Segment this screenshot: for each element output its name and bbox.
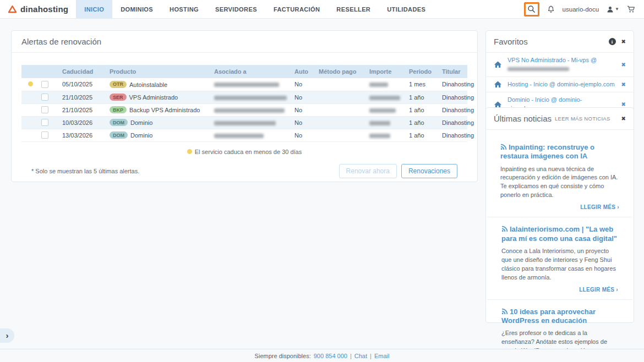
renewal-alerts-title: Alertas de renovación [21,37,101,46]
cell-producto: DOMDominio [107,116,212,129]
favorites-panel: Favoritos i ✖ VPS No Administrado - Mi-v… [485,30,634,117]
sidebar-expander-button[interactable]: › [0,328,14,343]
article-body: Conoce a Lala Interiorismo, un proyecto … [501,247,618,282]
col-asociado: Asociado a [212,65,292,78]
cell-asociado [212,91,292,103]
row-checkbox[interactable] [41,81,48,88]
col-producto: Producto [107,65,212,78]
renewal-alerts-header: Alertas de renovación [12,31,477,53]
article-title-link[interactable]: Inpainting: reconstruye o restaura imáge… [500,143,619,161]
redacted-text [214,108,285,113]
cell-importe [367,129,407,141]
brand-logo[interactable]: dinahosting [0,0,76,18]
cell-caducidad: 05/10/2025 [60,78,107,91]
nav-item-utilidades[interactable]: UTILIDADES [379,0,434,18]
chat-link[interactable]: Chat [354,353,367,359]
news-panel: Últimas noticias LEER MÁS NOTICIAS ✖ Inp… [485,107,634,323]
redacted-text [369,121,390,125]
col-metodo-pago: Método pago [316,65,367,78]
close-panel-icon[interactable]: ✖ [621,116,626,122]
cell-producto: BKPBackup VPS Administrado [107,103,212,116]
cell-titular: Dinahosting [440,103,467,116]
cell-asociado [212,78,292,91]
article-read-more-link[interactable]: LLEGIR MÉS › [501,287,618,293]
close-panel-icon[interactable]: ✖ [621,39,626,45]
redacted-text [214,121,276,125]
product-type-badge: OTR [110,81,127,88]
cell-metodo-pago [316,78,367,91]
cell-producto: DOMDominio [107,129,212,141]
col-periodo: Periodo [407,65,440,78]
row-checkbox[interactable] [41,119,48,126]
redacted-text [507,67,569,71]
cell-metodo-pago [316,103,367,116]
col-titular: Titular [440,65,467,78]
article-body: Inpainting es una nueva técnica de recup… [500,165,619,200]
info-icon[interactable]: i [609,38,616,45]
table-row: 13/03/2026 DOMDominio No 1 año Dinahosti… [21,129,467,141]
rss-icon [500,144,507,150]
cell-metodo-pago [316,129,367,141]
cell-metodo-pago [316,116,367,129]
nav-item-reseller[interactable]: RESELLER [328,0,379,18]
nav-item-inicio[interactable]: INICIO [76,0,112,18]
alerts-note: * Solo se muestran las 5 últimas alertas… [31,168,139,174]
rss-icon [501,226,508,232]
renewal-alerts-panel: Alertas de renovación Caducidad Producto… [11,30,478,182]
col-caducidad: Caducidad [60,65,107,78]
chevron-right-icon: › [6,331,9,340]
renovaciones-button[interactable]: Renovaciones [401,164,457,178]
col-auto: Auto [292,65,316,78]
phone-link[interactable]: 900 854 000 [314,353,347,359]
legend-text: El servicio caduca en menos de 30 días [195,149,302,155]
cell-producto: SERVPS Administrado [107,91,212,103]
cell-auto: No [292,91,316,103]
favorite-link[interactable]: VPS No Administrado - Mi-vps @ [507,56,616,73]
table-header-row: Caducidad Producto Asociado a Auto Métod… [21,65,467,78]
email-link[interactable]: Email [374,353,390,359]
remove-favorite-icon[interactable]: ✖ [621,101,626,107]
row-checkbox[interactable] [41,106,48,113]
main-nav: INICIO DOMINIOS HOSTING SERVIDORES FACTU… [76,0,434,18]
cell-titular: Dinahosting [440,78,467,91]
warning-dot [28,81,33,86]
cell-importe [367,103,407,116]
table-row: 10/03/2026 DOMDominio No 1 año Dinahosti… [21,116,467,129]
cell-titular: Dinahosting [440,129,467,141]
redacted-text [369,134,390,138]
search-button[interactable] [527,5,536,13]
cell-periodo: 1 año [407,91,440,103]
table-row: 21/10/2025 SERVPS Administrado No 1 año … [21,91,467,103]
nav-item-hosting[interactable]: HOSTING [161,0,207,18]
article-read-more-link[interactable]: LLEGIR MÉS › [500,204,619,210]
favorite-link[interactable]: Hosting - Inicio @ dominio-ejemplo.com [507,80,616,89]
cell-periodo: 1 año [407,116,440,129]
cell-caducidad: 10/03/2026 [60,116,107,129]
favorite-item: VPS No Administrado - Mi-vps @ ✖ [486,53,634,77]
remove-favorite-icon[interactable]: ✖ [621,81,626,87]
article-title-link[interactable]: 10 ideas para aprovechar WordPress en ed… [501,308,618,326]
nav-item-dominios[interactable]: DOMINIOS [112,0,161,18]
remove-favorite-icon[interactable]: ✖ [621,62,626,68]
article-title-link[interactable]: lalainteriorismo.com | "La web para mí e… [501,225,618,243]
notifications-button[interactable] [547,5,555,13]
rss-icon [501,308,508,315]
redacted-text [214,96,287,100]
cell-producto: OTRAutoinstalable [107,78,212,91]
search-icon [527,5,536,13]
read-more-news-link[interactable]: LEER MÁS NOTICIAS [555,116,610,122]
cell-periodo: 1 año [407,103,440,116]
renovar-ahora-button[interactable]: Renovar ahora [339,164,397,178]
product-type-badge: BKP [110,106,127,113]
row-checkbox[interactable] [41,131,48,139]
row-checkbox[interactable] [41,94,48,101]
news-article: lalainteriorismo.com | "La web para mí e… [487,217,632,299]
account-button[interactable]: ▼ [607,6,619,13]
cart-button[interactable] [627,6,635,13]
redacted-text [214,83,279,87]
home-icon [494,80,502,88]
nav-item-facturacion[interactable]: FACTURACIÓN [265,0,328,18]
nav-item-servidores[interactable]: SERVIDORES [207,0,265,18]
username[interactable]: usuario-docu [563,6,599,13]
brand-name: dinahosting [20,4,68,14]
